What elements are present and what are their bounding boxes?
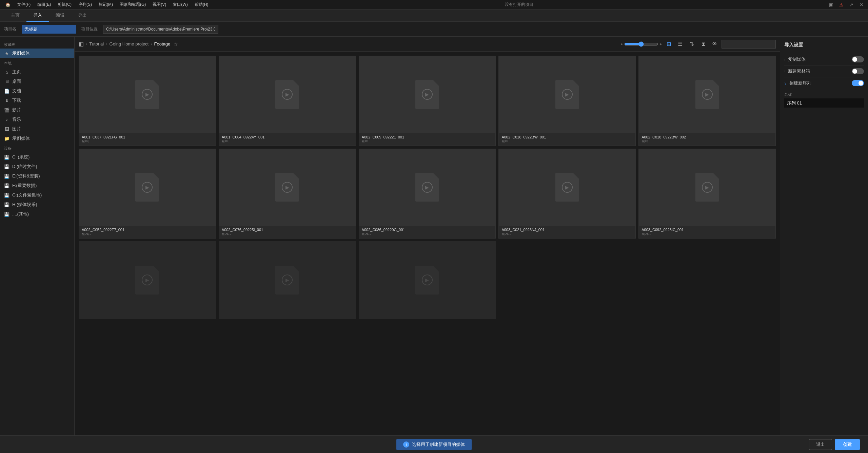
sidebar-item-music[interactable]: ♪ 音乐 xyxy=(0,115,74,124)
list-item[interactable]: ▶ A002_C009_092221_001 MP4 - xyxy=(359,56,496,146)
tab-home[interactable]: 主页 xyxy=(4,10,26,22)
documents-icon: 📄 xyxy=(4,88,9,94)
menu-clip[interactable]: 剪辑(C) xyxy=(55,1,74,8)
list-item[interactable]: ▶ A002_C018_0922BW_002 MP4 - xyxy=(638,56,776,146)
sidebar-item-sample-media-fav[interactable]: ★ 示例媒体 xyxy=(0,49,74,58)
menu-marker[interactable]: 标记(M) xyxy=(96,1,116,8)
list-item[interactable]: ▶ A002_C018_0922BW_001 MP4 - xyxy=(498,56,636,146)
list-item[interactable]: ▶ A001_C064_09224Y_001 MP4 - xyxy=(219,56,356,146)
size-slider[interactable] xyxy=(624,41,658,47)
breadcrumb-tutorial[interactable]: Tutorial xyxy=(89,41,104,46)
list-item[interactable]: ▶ A003_C021_0923NJ_001 MP4 - xyxy=(498,149,636,239)
media-info: A002_C086_09220G_001 MP4 - xyxy=(359,226,496,238)
list-item[interactable]: ▶ A002_C076_09225I_001 MP4 - xyxy=(219,149,356,239)
sidebar: 收藏夹 ★ 示例媒体 本地 ⌂ 主页 🖥 桌面 📄 文档 ⬇ 下载 🎬 影片 ♪… xyxy=(0,37,75,435)
media-type: MP4 - xyxy=(82,140,213,144)
create-sequence-arrow[interactable]: ∨ xyxy=(784,81,787,85)
tab-edit[interactable]: 编辑 xyxy=(49,10,71,22)
sample-media-icon: 📁 xyxy=(4,136,9,141)
bottom-info-text: 选择用于创建新项目的媒体 xyxy=(412,441,465,448)
list-item[interactable]: ▶ xyxy=(79,241,216,319)
play-icon: ▶ xyxy=(562,182,573,193)
window-close-icon[interactable]: ✕ xyxy=(858,1,865,8)
sidebar-item-home[interactable]: ⌂ 主页 xyxy=(0,67,74,77)
list-item[interactable]: ▶ A002_C052_0922T7_001 MP4 - xyxy=(79,149,216,239)
play-icon: ▶ xyxy=(702,89,713,100)
copy-media-arrow[interactable]: › xyxy=(784,58,785,61)
play-icon: ▶ xyxy=(142,89,153,100)
list-view-button[interactable]: ☰ xyxy=(675,39,685,49)
media-thumbnail: ▶ xyxy=(359,242,496,319)
sidebar-item-d-drive[interactable]: 💾 D:(临时文件) xyxy=(0,162,74,171)
sidebar-item-g-drive[interactable]: 💾 G:(文件聚集地) xyxy=(0,190,74,200)
sidebar-item-desktop[interactable]: 🖥 桌面 xyxy=(0,77,74,86)
breadcrumb-icon[interactable]: ◧ xyxy=(79,41,84,47)
sidebar-item-other-drive[interactable]: 💾 ....(其他) xyxy=(0,209,74,219)
copy-media-toggle[interactable] xyxy=(852,56,864,62)
e-drive-icon: 💾 xyxy=(4,173,9,179)
sidebar-item-movies[interactable]: 🎬 影片 xyxy=(0,105,74,115)
media-type: MP4 - xyxy=(642,232,773,236)
search-input[interactable] xyxy=(722,40,776,49)
list-item[interactable]: ▶ A002_C086_09220G_001 MP4 - xyxy=(359,149,496,239)
list-item[interactable]: ▶ A003_C092_0923IC_001 MP4 - xyxy=(638,149,776,239)
sort-button[interactable]: ⇅ xyxy=(687,39,696,49)
list-item[interactable]: ▶ xyxy=(219,241,356,319)
sidebar-item-downloads[interactable]: ⬇ 下载 xyxy=(0,96,74,105)
file-icon: ▶ xyxy=(415,80,439,109)
sidebar-item-f-drive[interactable]: 💾 F:(重要数据) xyxy=(0,181,74,190)
tab-home-label: 主页 xyxy=(11,12,20,18)
window-icon1[interactable]: ▣ xyxy=(827,1,835,8)
project-location-select[interactable]: C:\Users\Administrator\Documents\Adobe\P… xyxy=(103,25,218,34)
project-bar: 项目名 项目位置 C:\Users\Administrator\Document… xyxy=(0,22,868,37)
list-item[interactable]: ▶ A001_C037_0921FG_001 MP4 - xyxy=(79,56,216,146)
grid-view-button[interactable]: ⊞ xyxy=(664,39,673,49)
sidebar-item-sample-media[interactable]: 📁 示例媒体 xyxy=(0,134,74,143)
create-button[interactable]: 创建 xyxy=(835,439,860,450)
play-icon: ▶ xyxy=(562,89,573,100)
media-thumbnail: ▶ xyxy=(639,149,775,226)
sidebar-item-movies-label: 影片 xyxy=(12,107,21,113)
breadcrumb-sep-2: › xyxy=(151,41,152,46)
slider-max-icon: ● xyxy=(659,42,662,46)
content-area: ◧ › Tutorial › Going Home project › Foot… xyxy=(75,37,780,435)
sidebar-item-e-drive[interactable]: 💾 E:(资料&安装) xyxy=(0,171,74,181)
menu-view[interactable]: 视图(V) xyxy=(150,1,169,8)
sequence-name-input[interactable] xyxy=(784,98,864,108)
warning-icon[interactable]: ⚠ xyxy=(837,1,845,8)
home-icon[interactable]: 🏠 xyxy=(3,2,13,8)
project-name-input[interactable] xyxy=(22,25,76,34)
list-item[interactable]: ▶ xyxy=(359,241,496,319)
media-info: A002_C052_0922T7_001 MP4 - xyxy=(79,226,216,238)
preview-button[interactable]: 👁 xyxy=(710,39,719,49)
breadcrumb-star-icon[interactable]: ☆ xyxy=(174,41,178,47)
play-icon: ▶ xyxy=(282,275,293,285)
cancel-button[interactable]: 退出 xyxy=(809,439,832,450)
play-icon: ▶ xyxy=(282,89,293,100)
breadcrumb-going-home[interactable]: Going Home project xyxy=(110,41,149,46)
create-sequence-toggle[interactable] xyxy=(852,80,864,86)
file-icon: ▶ xyxy=(415,173,439,202)
new-bin-toggle[interactable] xyxy=(852,68,864,74)
menu-edit[interactable]: 编辑(E) xyxy=(35,1,54,8)
filter-button[interactable]: ⧗ xyxy=(698,39,708,49)
menu-help[interactable]: 帮助(H) xyxy=(192,1,211,8)
menu-file[interactable]: 文件(F) xyxy=(15,1,33,8)
media-name: A002_C086_09220G_001 xyxy=(362,228,493,232)
sidebar-item-h-drive[interactable]: 💾 H:(媒体娱乐) xyxy=(0,200,74,209)
menu-graphics[interactable]: 图形和标题(G) xyxy=(117,1,149,8)
sidebar-favorites-title: 收藏夹 xyxy=(0,39,74,49)
media-thumbnail: ▶ xyxy=(499,56,635,133)
menu-window[interactable]: 窗口(W) xyxy=(170,1,190,8)
menu-bar: 🏠 文件(F) 编辑(E) 剪辑(C) 序列(S) 标记(M) 图形和标题(G)… xyxy=(0,0,868,10)
window-icon2[interactable]: ↗ xyxy=(848,1,855,8)
sidebar-item-c-drive[interactable]: 💾 C: (系统) xyxy=(0,152,74,162)
tab-import[interactable]: 导入 xyxy=(26,10,49,22)
sidebar-item-pictures[interactable]: 🖼 图片 xyxy=(0,124,74,134)
sidebar-item-documents[interactable]: 📄 文档 xyxy=(0,86,74,96)
media-type: MP4 - xyxy=(501,232,633,236)
menu-sequence[interactable]: 序列(S) xyxy=(76,1,95,8)
tab-export[interactable]: 导出 xyxy=(71,10,94,22)
sidebar-item-e-drive-label: E:(资料&安装) xyxy=(12,173,40,179)
new-bin-arrow[interactable]: › xyxy=(784,70,785,73)
